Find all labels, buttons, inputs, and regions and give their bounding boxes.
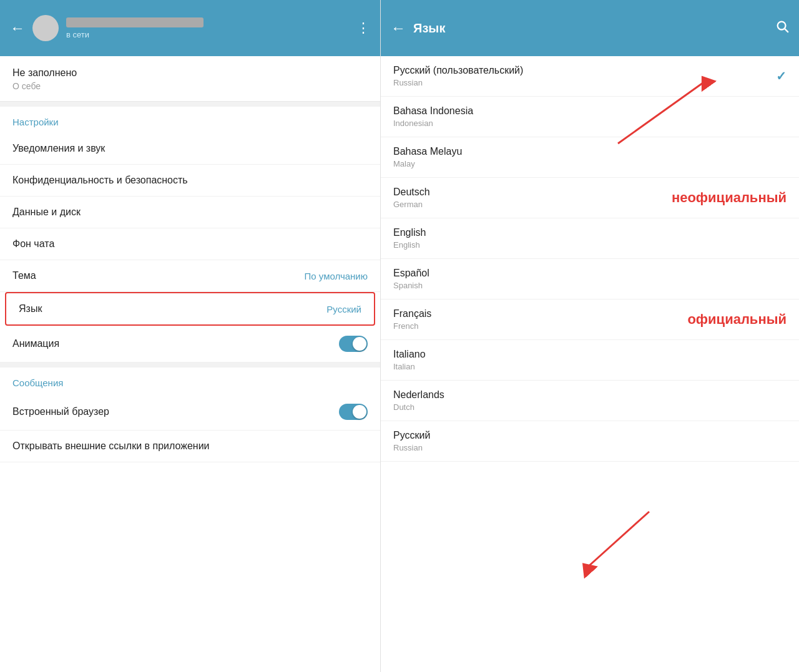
settings-section-header: Настройки bbox=[0, 107, 380, 133]
language-item-text: Bahasa Indonesia Indonesian bbox=[393, 105, 473, 128]
language-item-nederlands[interactable]: Nederlands Dutch bbox=[381, 381, 799, 421]
lang-native-russian-official: Russian bbox=[393, 443, 430, 452]
settings-item-animation[interactable]: Анимация bbox=[0, 326, 380, 363]
browser-toggle-wrapper bbox=[339, 404, 368, 420]
settings-item-language-wrapper: Язык Русский bbox=[5, 292, 375, 326]
chat-bg-label: Фон чата bbox=[12, 238, 54, 250]
language-item-russian-custom[interactable]: Русский (пользовательский) Russian ✓ bbox=[381, 56, 799, 97]
more-options-button[interactable]: ⋮ bbox=[356, 20, 370, 36]
language-item-francais[interactable]: Français French официальный bbox=[381, 299, 799, 340]
right-header: ← Язык bbox=[381, 0, 799, 56]
lang-name-italiano: Italiano bbox=[393, 349, 426, 360]
browser-label: Встроенный браузер bbox=[12, 406, 109, 417]
back-button-left[interactable]: ← bbox=[10, 19, 25, 37]
browser-toggle[interactable] bbox=[339, 404, 368, 420]
annotation-unofficial-label: неофициальный bbox=[672, 190, 787, 206]
lang-native-english: English bbox=[393, 240, 426, 250]
messages-section-label: Сообщения bbox=[12, 377, 63, 388]
settings-item-privacy[interactable]: Конфиденциальность и безопасность bbox=[0, 165, 380, 197]
language-item-russian-official[interactable]: Русский Russian bbox=[381, 421, 799, 462]
language-label: Язык bbox=[19, 303, 42, 314]
annotation-official-label: официальный bbox=[687, 311, 787, 328]
contact-name bbox=[66, 17, 203, 27]
settings-item-theme[interactable]: Тема По умолчанию bbox=[0, 260, 380, 292]
lang-name-deutsch: Deutsch bbox=[393, 187, 430, 198]
lang-native-nederlands: Dutch bbox=[393, 402, 444, 412]
lang-name-espanol: Español bbox=[393, 268, 429, 279]
online-status: в сети bbox=[66, 30, 349, 39]
language-list: Русский (пользовательский) Russian ✓ Bah… bbox=[381, 56, 799, 672]
lang-native-russian-custom: Russian bbox=[393, 78, 523, 87]
lang-name-russian-official: Русский bbox=[393, 430, 430, 441]
toggle-knob bbox=[353, 337, 366, 351]
lang-native-italiano: Italian bbox=[393, 362, 426, 371]
right-panel: ← Язык Русский (пользовательский) Russia… bbox=[381, 0, 799, 672]
lang-native-espanol: Spanish bbox=[393, 281, 429, 290]
animation-toggle[interactable] bbox=[339, 336, 368, 352]
language-value: Русский bbox=[326, 304, 361, 314]
left-panel: ← в сети ⋮ Не заполнено О себе Настройки… bbox=[0, 0, 381, 672]
notifications-label: Уведомления и звук bbox=[12, 143, 105, 154]
lang-name-bahasa-indonesia: Bahasa Indonesia bbox=[393, 105, 473, 117]
privacy-label: Конфиденциальность и безопасность bbox=[12, 175, 188, 186]
search-button[interactable] bbox=[775, 19, 789, 37]
section-divider-1 bbox=[0, 102, 380, 107]
language-item-text: Español Spanish bbox=[393, 268, 429, 290]
lang-native-deutsch: German bbox=[393, 200, 430, 209]
settings-item-language[interactable]: Язык Русский bbox=[6, 293, 374, 324]
lang-name-bahasa-melayu: Bahasa Melayu bbox=[393, 146, 462, 157]
right-panel-wrapper: ← Язык Русский (пользовательский) Russia… bbox=[381, 0, 799, 672]
language-page-title: Язык bbox=[413, 21, 768, 36]
avatar bbox=[32, 15, 59, 41]
lang-name-francais: Français bbox=[393, 308, 431, 319]
language-item-text: Français French bbox=[393, 308, 431, 331]
not-filled-label: Не заполнено bbox=[12, 67, 368, 79]
lang-name-russian-custom: Русский (пользовательский) bbox=[393, 65, 523, 76]
language-item-espanol[interactable]: Español Spanish bbox=[381, 259, 799, 299]
settings-item-browser[interactable]: Встроенный браузер bbox=[0, 394, 380, 431]
language-item-text: English English bbox=[393, 227, 426, 250]
language-item-text: Nederlands Dutch bbox=[393, 389, 444, 412]
language-item-italiano[interactable]: Italiano Italian bbox=[381, 340, 799, 381]
language-item-text: Русский (пользовательский) Russian bbox=[393, 65, 523, 87]
header-info: в сети bbox=[66, 17, 349, 39]
animation-toggle-wrapper bbox=[339, 336, 368, 352]
settings-item-data[interactable]: Данные и диск bbox=[0, 197, 380, 228]
profile-section: Не заполнено О себе bbox=[0, 56, 380, 102]
theme-value: По умолчанию bbox=[305, 271, 368, 281]
settings-section-label: Настройки bbox=[12, 117, 59, 127]
lang-name-nederlands: Nederlands bbox=[393, 389, 444, 401]
theme-label: Тема bbox=[12, 270, 36, 281]
browser-toggle-knob bbox=[353, 405, 366, 419]
back-button-right[interactable]: ← bbox=[391, 19, 406, 37]
lang-native-bahasa-indonesia: Indonesian bbox=[393, 119, 473, 128]
language-item-text: Русский Russian bbox=[393, 430, 430, 452]
language-item-bahasa-melayu[interactable]: Bahasa Melayu Malay bbox=[381, 137, 799, 178]
language-item-text: Deutsch German bbox=[393, 187, 430, 209]
lang-native-francais: French bbox=[393, 321, 431, 331]
lang-native-bahasa-melayu: Malay bbox=[393, 159, 462, 168]
animation-label: Анимация bbox=[12, 338, 59, 349]
language-item-deutsch[interactable]: Deutsch German неофициальный bbox=[381, 178, 799, 218]
language-item-bahasa-indonesia[interactable]: Bahasa Indonesia Indonesian bbox=[381, 97, 799, 137]
language-item-english[interactable]: English English bbox=[381, 218, 799, 259]
language-item-text: Bahasa Melayu Malay bbox=[393, 146, 462, 168]
external-links-label: Открывать внешние ссылки в приложении bbox=[12, 441, 210, 452]
data-label: Данные и диск bbox=[12, 207, 81, 218]
messages-section-header: Сообщения bbox=[0, 368, 380, 394]
about-label: О себе bbox=[12, 81, 368, 91]
left-header: ← в сети ⋮ bbox=[0, 0, 380, 56]
lang-name-english: English bbox=[393, 227, 426, 238]
svg-line-1 bbox=[785, 29, 788, 32]
selected-checkmark: ✓ bbox=[776, 69, 787, 84]
section-divider-2 bbox=[0, 363, 380, 368]
settings-item-chat-bg[interactable]: Фон чата bbox=[0, 228, 380, 260]
settings-item-external-links[interactable]: Открывать внешние ссылки в приложении bbox=[0, 431, 380, 462]
language-item-text: Italiano Italian bbox=[393, 349, 426, 371]
settings-item-notifications[interactable]: Уведомления и звук bbox=[0, 133, 380, 165]
